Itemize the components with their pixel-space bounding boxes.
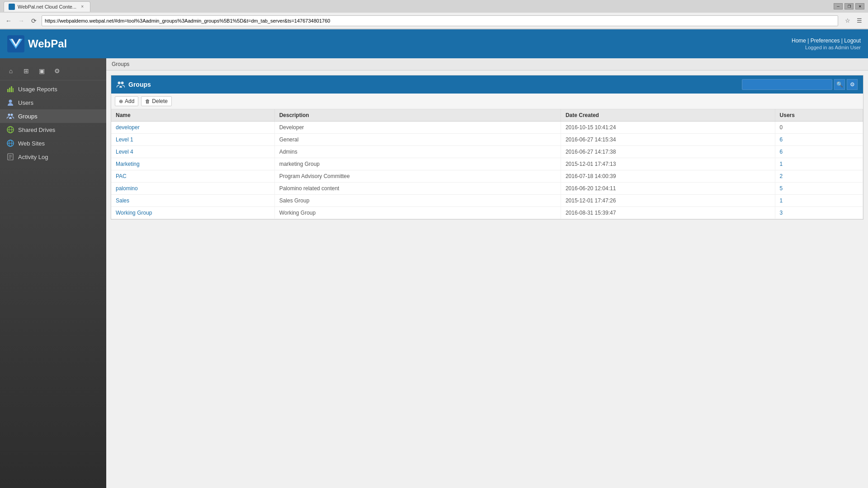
groups-toolbar: ⊕ Add 🗑 Delete — [111, 94, 863, 109]
delete-label: Delete — [152, 98, 168, 104]
refresh-btn[interactable]: ⟳ — [29, 16, 39, 26]
sidebar-icon-row: ⌂ ⊞ ▣ ⚙ — [0, 62, 106, 80]
groups-panel: Groups 🔍 ⚙ ⊕ Add 🗑 Delete — [111, 75, 863, 220]
home-icon[interactable]: ⌂ — [5, 66, 16, 76]
svg-point-9 — [11, 114, 13, 116]
table-row[interactable]: Level 1General2016-06-27 14:15:346 — [111, 134, 863, 146]
forward-btn[interactable]: → — [16, 16, 26, 26]
add-icon: ⊕ — [119, 99, 123, 104]
cell-name[interactable]: Working Group — [111, 207, 274, 219]
svg-rect-5 — [11, 86, 12, 92]
groups-icon — [6, 112, 14, 120]
cell-name[interactable]: PAC — [111, 170, 274, 183]
sidebar-label-groups: Groups — [18, 113, 100, 120]
bookmark-icon[interactable]: ☆ — [843, 16, 853, 26]
web-sites-icon — [6, 139, 14, 147]
cell-date-created: 2016-06-20 12:04:11 — [561, 183, 775, 195]
settings-icon[interactable]: ⚙ — [52, 66, 62, 76]
cell-name[interactable]: developer — [111, 122, 274, 134]
preferences-link[interactable]: Preferences — [811, 38, 840, 44]
cell-users: 1 — [775, 158, 863, 170]
cell-date-created: 2016-06-27 14:15:34 — [561, 134, 775, 146]
table-row[interactable]: Level 4Admins2016-06-27 14:17:386 — [111, 146, 863, 158]
browser-titlebar: WebPal.net Cloud Conte... × ─ ❐ ✕ — [0, 0, 868, 13]
pages-icon[interactable]: ⊞ — [21, 66, 32, 76]
cell-users: 1 — [775, 195, 863, 207]
cell-name[interactable]: palomino — [111, 183, 274, 195]
cell-description: General — [274, 134, 561, 146]
close-btn[interactable]: ✕ — [855, 3, 864, 9]
table-row[interactable]: developerDeveloper2016-10-15 10:41:240 — [111, 122, 863, 134]
cell-description: Developer — [274, 122, 561, 134]
cell-date-created: 2016-08-31 15:39:47 — [561, 207, 775, 219]
app-logo: WebPal — [7, 35, 67, 52]
users-icon — [6, 99, 14, 107]
svg-rect-4 — [9, 88, 10, 92]
menu-icon[interactable]: ☰ — [854, 16, 864, 26]
table-row[interactable]: Marketingmarketing Group2015-12-01 17:47… — [111, 158, 863, 170]
app-body: ⌂ ⊞ ▣ ⚙ Usage Reports — [0, 58, 868, 488]
monitor-icon[interactable]: ▣ — [36, 66, 47, 76]
svg-rect-3 — [7, 89, 9, 92]
minimize-btn[interactable]: ─ — [834, 3, 843, 9]
search-btn[interactable]: 🔍 — [834, 79, 845, 90]
breadcrumb: Groups — [106, 58, 868, 70]
logout-link[interactable]: Logout — [844, 38, 861, 44]
tab-close-btn[interactable]: × — [79, 4, 85, 10]
restore-btn[interactable]: ❐ — [844, 3, 854, 9]
table-row[interactable]: SalesSales Group2015-12-01 17:47:261 — [111, 195, 863, 207]
groups-panel-header: Groups 🔍 ⚙ — [111, 75, 863, 94]
cell-users: 6 — [775, 134, 863, 146]
add-button[interactable]: ⊕ Add — [115, 96, 138, 106]
svg-point-21 — [121, 82, 124, 84]
cell-users: 3 — [775, 207, 863, 219]
shared-drives-icon — [6, 126, 14, 134]
back-btn[interactable]: ← — [4, 16, 14, 26]
groups-search-input[interactable] — [742, 79, 832, 90]
sidebar: ⌂ ⊞ ▣ ⚙ Usage Reports — [0, 58, 106, 488]
cell-date-created: 2016-07-18 14:00:39 — [561, 170, 775, 183]
cell-name[interactable]: Level 1 — [111, 134, 274, 146]
sidebar-item-usage-reports[interactable]: Usage Reports — [0, 82, 106, 96]
sidebar-item-users[interactable]: Users — [0, 96, 106, 109]
content-area: Groups Groups — [106, 58, 868, 488]
delete-button[interactable]: 🗑 Delete — [141, 96, 172, 106]
sidebar-item-activity-log[interactable]: Activity Log — [0, 150, 106, 164]
cell-name[interactable]: Marketing — [111, 158, 274, 170]
sidebar-item-shared-drives[interactable]: Shared Drives — [0, 123, 106, 136]
window-controls: ─ ❐ ✕ — [834, 3, 864, 9]
svg-point-20 — [118, 82, 121, 84]
cell-description: Working Group — [274, 207, 561, 219]
cell-description: marketing Group — [274, 158, 561, 170]
cell-name[interactable]: Level 4 — [111, 146, 274, 158]
settings-btn[interactable]: ⚙ — [847, 79, 858, 90]
header-user: Logged in as Admin User — [792, 45, 861, 50]
tab-favicon — [9, 4, 15, 10]
logo-icon — [7, 35, 24, 52]
activity-log-icon — [6, 153, 14, 161]
svg-rect-0 — [7, 35, 24, 52]
table-row[interactable]: PACProgram Advisory Committee2016-07-18 … — [111, 170, 863, 183]
address-bar[interactable] — [42, 15, 838, 26]
svg-point-7 — [9, 100, 12, 103]
cell-description: Sales Group — [274, 195, 561, 207]
cell-date-created: 2015-12-01 17:47:26 — [561, 195, 775, 207]
table-row[interactable]: palominoPalomino related content2016-06-… — [111, 183, 863, 195]
delete-icon: 🗑 — [145, 99, 150, 104]
header-right: Home | Preferences | Logout Logged in as… — [792, 38, 861, 50]
sidebar-item-groups[interactable]: Groups — [0, 109, 106, 123]
cell-users: 6 — [775, 146, 863, 158]
cell-users: 0 — [775, 122, 863, 134]
sidebar-label-activity-log: Activity Log — [18, 154, 100, 160]
sidebar-item-web-sites[interactable]: Web Sites — [0, 136, 106, 150]
browser-tab[interactable]: WebPal.net Cloud Conte... × — [4, 1, 90, 12]
cell-name[interactable]: Sales — [111, 195, 274, 207]
cell-date-created: 2016-06-27 14:17:38 — [561, 146, 775, 158]
cell-description: Admins — [274, 146, 561, 158]
col-name: Name — [111, 109, 274, 122]
home-link[interactable]: Home — [792, 38, 806, 44]
groups-panel-title: Groups — [128, 81, 151, 88]
sidebar-label-shared-drives: Shared Drives — [18, 127, 100, 133]
app-header: WebPal Home | Preferences | Logout Logge… — [0, 29, 868, 58]
table-row[interactable]: Working GroupWorking Group2016-08-31 15:… — [111, 207, 863, 219]
